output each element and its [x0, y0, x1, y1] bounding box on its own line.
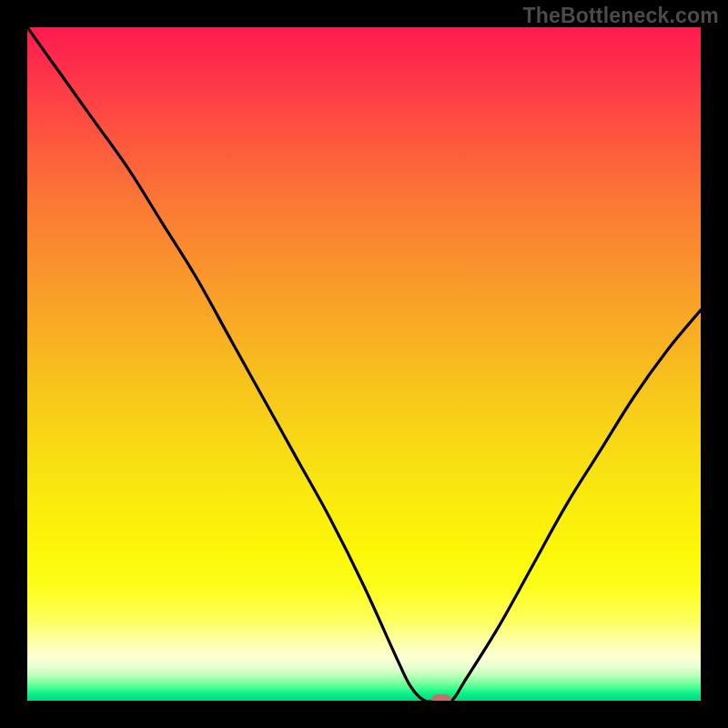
chart-frame: TheBottleneck.com	[0, 0, 728, 728]
watermark-text: TheBottleneck.com	[522, 4, 719, 28]
bottleneck-curve	[27, 27, 701, 701]
curve-layer	[27, 27, 701, 701]
optimum-marker	[431, 694, 451, 701]
plot-area	[27, 27, 701, 701]
